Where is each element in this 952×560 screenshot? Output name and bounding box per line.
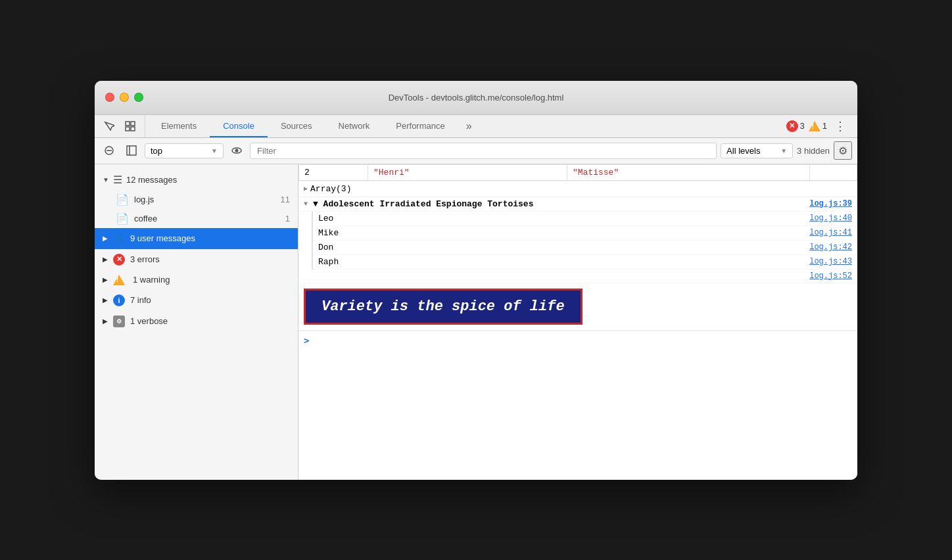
svg-rect-6: [127, 146, 136, 155]
error-circle-icon: ✕: [786, 120, 798, 132]
tab-network[interactable]: Network: [325, 116, 383, 137]
more-tabs-button[interactable]: »: [458, 115, 480, 137]
devtools-window: DevTools - devtools.glitch.me/console/lo…: [95, 81, 857, 480]
tab-sources[interactable]: Sources: [268, 116, 325, 137]
cursor-icon[interactable]: [100, 117, 118, 135]
console-item-raph: Raph log.js:43: [313, 255, 857, 269]
coffee-file-icon: 📄: [116, 212, 129, 225]
console-empty-row: log.js:52: [298, 269, 857, 283]
traffic-lights: [105, 93, 143, 102]
devtools-menu-button[interactable]: ⋮: [831, 117, 849, 135]
window-title: DevTools - devtools.glitch.me/console/lo…: [389, 93, 564, 103]
table-cell-index: 2: [299, 164, 368, 180]
errors-arrow-icon: ▶: [103, 256, 108, 263]
inspect-icon[interactable]: [121, 117, 139, 135]
item-raph-name: Raph: [318, 257, 339, 267]
sidebar-file-logjs[interactable]: 📄 log.js 11: [95, 190, 298, 209]
console-array-row[interactable]: ▶ Array(3): [298, 181, 857, 197]
level-chevron-icon: ▼: [780, 147, 787, 154]
svg-rect-0: [126, 122, 130, 126]
hidden-count-label: 3 hidden: [797, 146, 830, 156]
warning-count-badge: 1: [809, 121, 827, 131]
user-icon: 👤: [113, 233, 125, 245]
minimize-button[interactable]: [120, 93, 129, 102]
table-row: 2 "Henri" "Matisse": [299, 164, 857, 180]
item-don-link[interactable]: log.js:42: [809, 243, 852, 252]
file-icon: 📄: [116, 193, 129, 206]
item-leo-link[interactable]: log.js:40: [809, 214, 852, 223]
tab-elements[interactable]: Elements: [148, 116, 210, 137]
item-mike-link[interactable]: log.js:41: [809, 228, 852, 237]
messages-arrow-icon: ▼: [103, 176, 109, 183]
console-prompt-icon: >: [304, 335, 309, 346]
table-cell-henri: "Henri": [368, 164, 567, 180]
object-file-link[interactable]: log.js:39: [809, 199, 852, 208]
close-button[interactable]: [105, 93, 114, 102]
filter-input[interactable]: [250, 143, 717, 159]
warning-icon: [113, 275, 125, 285]
empty-row-link[interactable]: log.js:52: [809, 271, 852, 281]
context-chevron-icon: ▼: [211, 147, 218, 154]
sidebar-file-coffee[interactable]: 📄 coffee 1: [95, 209, 298, 228]
console-table: 2 "Henri" "Matisse": [298, 164, 857, 181]
console-panel[interactable]: 2 "Henri" "Matisse" ▶ Array(3) ▼ ▼ Adole…: [298, 164, 857, 480]
item-raph-link[interactable]: log.js:43: [809, 257, 852, 266]
eye-icon[interactable]: [227, 141, 246, 160]
console-input-row: >: [298, 331, 857, 350]
object-label: ▼ Adolescent Irradiated Espionage Tortoi…: [313, 199, 533, 209]
svg-rect-1: [131, 122, 135, 126]
warning-arrow-icon: ▶: [103, 276, 108, 283]
console-table-section: 2 "Henri" "Matisse": [298, 164, 857, 181]
array-expand-icon[interactable]: ▶: [304, 185, 308, 193]
info-arrow-icon: ▶: [103, 296, 108, 304]
table-cell-empty: [810, 164, 857, 180]
warning-triangle-icon: [809, 121, 821, 131]
verbose-icon: ⚙: [113, 315, 125, 327]
console-item-mike: Mike log.js:41: [313, 226, 857, 241]
error-count-badge: ✕ 3: [786, 120, 805, 132]
console-object-header[interactable]: ▼ ▼ Adolescent Irradiated Espionage Tort…: [298, 197, 857, 212]
variety-text: Variety is the spice of life: [321, 298, 565, 315]
svg-rect-3: [131, 127, 135, 131]
variety-box: Variety is the spice of life: [304, 289, 583, 325]
level-selector[interactable]: All levels ▼: [721, 143, 793, 158]
sidebar-messages-header[interactable]: ▼ ☰ 12 messages: [95, 170, 298, 190]
object-expand-icon[interactable]: ▼: [304, 200, 308, 208]
console-item-leo: Leo log.js:40: [313, 212, 857, 226]
sidebar-user-messages[interactable]: ▶ 👤 9 user messages: [95, 228, 298, 249]
svg-point-9: [235, 149, 239, 152]
item-leo-name: Leo: [318, 214, 333, 223]
table-cell-matisse: "Matisse": [567, 164, 809, 180]
console-variety-row: Variety is the spice of life: [298, 283, 857, 331]
settings-icon[interactable]: ⚙: [834, 141, 852, 160]
sidebar-info[interactable]: ▶ i 7 info: [95, 290, 298, 311]
user-messages-arrow-icon: ▶: [103, 235, 108, 242]
verbose-arrow-icon: ▶: [103, 317, 108, 325]
tab-console[interactable]: Console: [210, 116, 268, 137]
sidebar-warning[interactable]: ▶ 1 warning: [95, 270, 298, 290]
console-input[interactable]: [314, 335, 852, 345]
titlebar: DevTools - devtools.glitch.me/console/lo…: [95, 81, 857, 115]
sidebar: ▼ ☰ 12 messages 📄 log.js 11 📄 coffee 1 ▶…: [95, 164, 298, 480]
clear-console-button[interactable]: [100, 141, 118, 160]
console-item-don: Don log.js:42: [313, 241, 857, 255]
maximize-button[interactable]: [134, 93, 143, 102]
item-don-name: Don: [318, 243, 333, 252]
svg-rect-2: [126, 127, 130, 131]
item-mike-name: Mike: [318, 228, 339, 238]
sidebar-verbose[interactable]: ▶ ⚙ 1 verbose: [95, 311, 298, 332]
tab-performance[interactable]: Performance: [383, 116, 458, 137]
main-content: ▼ ☰ 12 messages 📄 log.js 11 📄 coffee 1 ▶…: [95, 164, 857, 480]
array-label: Array(3): [310, 184, 351, 194]
error-icon: ✕: [113, 254, 125, 266]
info-icon: i: [113, 294, 125, 306]
console-toolbar: top ▼ All levels ▼ 3 hidden ⚙: [95, 138, 857, 164]
list-icon: ☰: [113, 174, 122, 186]
sidebar-errors[interactable]: ▶ ✕ 3 errors: [95, 249, 298, 270]
context-selector[interactable]: top ▼: [145, 143, 224, 158]
toggle-sidebar-button[interactable]: [122, 141, 141, 160]
